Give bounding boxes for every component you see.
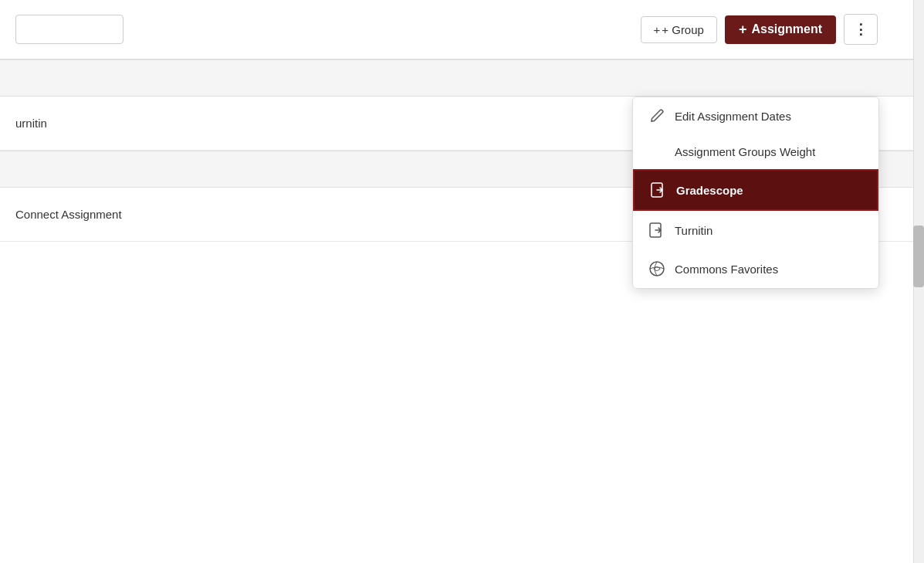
add-assignment-button[interactable]: + Assignment bbox=[725, 15, 836, 44]
gradescope-icon bbox=[650, 181, 667, 198]
plus-assignment-icon: + bbox=[739, 22, 747, 38]
turnitin-icon bbox=[648, 222, 665, 239]
dropdown-item-commons[interactable]: Commons Favorites bbox=[633, 249, 878, 288]
dropdown-item-gradescope[interactable]: Gradescope bbox=[633, 169, 878, 211]
section-header-1 bbox=[0, 59, 924, 97]
add-assignment-label: Assignment bbox=[751, 22, 822, 36]
dropdown-item-edit-dates[interactable]: Edit Assignment Dates bbox=[633, 97, 878, 134]
gradescope-label: Gradescope bbox=[676, 184, 743, 197]
plus-icon: + bbox=[654, 23, 661, 36]
more-options-button[interactable]: ⋮ bbox=[844, 14, 878, 45]
dropdown-item-turnitin[interactable]: Turnitin bbox=[633, 211, 878, 249]
add-group-button[interactable]: + + Group bbox=[641, 16, 717, 43]
commons-label: Commons Favorites bbox=[675, 263, 778, 276]
scrollbar[interactable] bbox=[913, 0, 924, 563]
pencil-icon bbox=[648, 108, 665, 124]
add-group-label: + Group bbox=[662, 23, 704, 36]
scrollbar-thumb[interactable] bbox=[913, 226, 924, 287]
top-bar: + + Group + Assignment ⋮ bbox=[0, 0, 924, 59]
edit-dates-label: Edit Assignment Dates bbox=[675, 110, 791, 123]
dropdown-item-groups-weight[interactable]: Assignment Groups Weight bbox=[633, 134, 878, 169]
turnitin-label: Turnitin bbox=[675, 224, 712, 237]
dropdown-menu: Edit Assignment Dates Assignment Groups … bbox=[632, 97, 879, 289]
more-dots-icon: ⋮ bbox=[854, 21, 868, 38]
search-input-area[interactable] bbox=[15, 15, 124, 44]
commons-icon bbox=[648, 260, 665, 277]
groups-weight-label: Assignment Groups Weight bbox=[675, 145, 815, 158]
svg-point-2 bbox=[650, 262, 664, 276]
